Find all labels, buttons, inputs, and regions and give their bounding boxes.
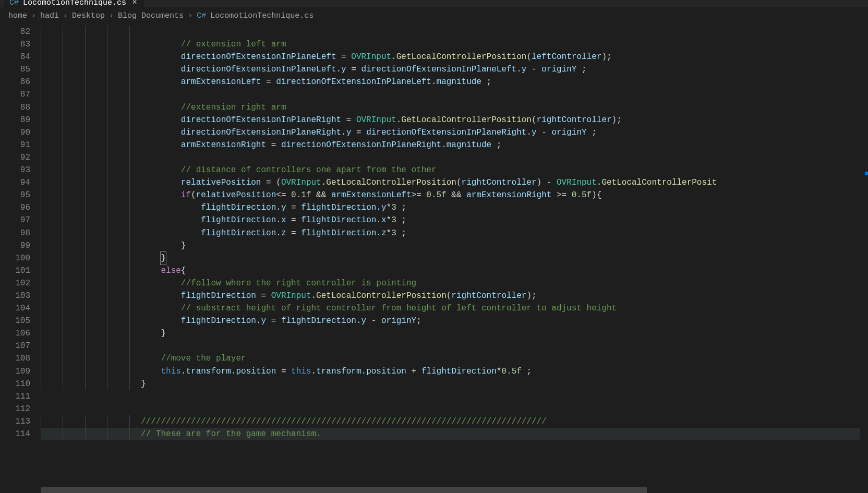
code-token: armExtensionLeft: [181, 77, 261, 87]
horizontal-scrollbar[interactable]: [41, 487, 860, 493]
indent-guide: [129, 214, 130, 226]
indent-guide: [129, 365, 130, 378]
code-line[interactable]: flightDirection.x = flightDirection.x*3 …: [41, 214, 860, 226]
indent-guide: [107, 302, 107, 315]
indent-guide: [85, 176, 86, 189]
indent-guide: [107, 214, 107, 226]
breadcrumb-item[interactable]: Blog Documents: [118, 11, 184, 20]
indent-guide: [129, 51, 130, 63]
code-token: .: [396, 115, 402, 125]
code-token: GetLocalControllerPosit: [601, 178, 717, 187]
indent-guide: [41, 352, 41, 365]
code-line[interactable]: [41, 88, 860, 101]
code-line[interactable]: // substract height of right controller …: [41, 302, 860, 315]
code-line[interactable]: [41, 340, 860, 352]
code-line[interactable]: }: [41, 239, 860, 252]
code-token: .: [431, 77, 437, 87]
indent-guide: [41, 114, 41, 126]
line-number: 82: [5, 26, 30, 38]
csharp-file-icon: C#: [9, 0, 19, 7]
code-line[interactable]: if(relativePosition<= 0.1f && armExtensi…: [41, 189, 860, 201]
code-area[interactable]: // extension left arm directionOfExtensi…: [41, 26, 860, 493]
code-line[interactable]: }: [41, 327, 860, 340]
indent-guide: [107, 139, 107, 151]
breadcrumb-filename[interactable]: LocomotionTechnique.cs: [210, 11, 314, 20]
indent-guide: [85, 201, 86, 214]
code-token: ;: [396, 203, 406, 212]
indent-guide: [41, 252, 41, 264]
code-token: .: [361, 367, 367, 376]
code-line[interactable]: else{: [41, 264, 860, 277]
code-line[interactable]: [41, 390, 860, 403]
code-token: .: [376, 215, 381, 225]
indent-guide: [85, 378, 86, 390]
code-line[interactable]: flightDirection.y = flightDirection.y*3 …: [41, 201, 860, 214]
indent-guide: [85, 114, 86, 126]
csharp-file-icon: C#: [197, 11, 206, 20]
code-line[interactable]: relativePosition = (OVRInput.GetLocalCon…: [41, 176, 860, 189]
code-line[interactable]: ////////////////////////////////////////…: [41, 415, 860, 428]
minimap[interactable]: [860, 26, 868, 493]
breadcrumb-item[interactable]: hadi: [40, 11, 59, 20]
code-token: armExtensionLeft: [331, 190, 412, 200]
editor[interactable]: 8283848586878889909192939495969798991001…: [0, 26, 868, 493]
indent-guide: [63, 101, 63, 114]
code-token: armExtensionRight: [466, 190, 551, 200]
code-line[interactable]: //extension right arm: [41, 101, 860, 114]
code-token: x: [381, 215, 387, 225]
indent-guide: [63, 51, 63, 63]
code-line[interactable]: directionOfExtensionInPlaneLeft.y = dire…: [41, 63, 860, 76]
code-line[interactable]: this.transform.position = this.transform…: [41, 365, 860, 378]
code-line[interactable]: flightDirection = OVRInput.GetLocalContr…: [41, 290, 860, 302]
indent-guide: [107, 63, 107, 76]
line-number: 101: [5, 264, 30, 277]
code-line[interactable]: }: [41, 252, 860, 264]
indent-guide: [107, 327, 107, 340]
horizontal-scrollbar-thumb[interactable]: [41, 487, 647, 493]
tab-filename: LocomotionTechnique.cs: [23, 0, 126, 7]
code-line[interactable]: // distance of controllers one apart fro…: [41, 164, 860, 176]
breadcrumb: home › hadi › Desktop › Blog Documents ›…: [0, 7, 868, 26]
close-tab-icon[interactable]: ×: [130, 0, 139, 7]
code-token: z: [281, 229, 286, 238]
code-line[interactable]: //move the player: [41, 352, 860, 365]
code-line[interactable]: armExtensionRight = directionOfExtension…: [41, 139, 860, 151]
code-token: rightController: [462, 178, 537, 187]
code-token: ;: [396, 215, 406, 225]
indent-guide: [107, 101, 107, 114]
code-token: +: [406, 367, 421, 376]
indent-guide: [63, 315, 63, 327]
indent-guide: [41, 239, 41, 252]
code-token: =: [346, 65, 361, 74]
code-token: .: [526, 128, 532, 137]
line-number: 113: [5, 415, 30, 428]
code-token: >=: [551, 190, 571, 200]
editor-tab[interactable]: C# LocomotionTechnique.cs ×: [4, 0, 144, 7]
indent-guide: [63, 76, 63, 88]
code-line[interactable]: directionOfExtensionInPlaneRight = OVRIn…: [41, 114, 860, 126]
indent-guide: [85, 227, 86, 239]
code-line[interactable]: [41, 151, 860, 164]
code-token: // substract height of right controller …: [181, 304, 617, 313]
indent-guide: [63, 340, 63, 352]
code-line[interactable]: directionOfExtensionInPlaneRight.y = dir…: [41, 126, 860, 139]
code-line[interactable]: directionOfExtensionInPlaneLeft = OVRInp…: [41, 51, 860, 63]
code-line[interactable]: [41, 403, 860, 415]
code-line[interactable]: //follow where the right controller is p…: [41, 277, 860, 290]
indent-guide: [63, 189, 63, 201]
code-line[interactable]: // These are for the game mechanism.: [41, 428, 860, 440]
breadcrumb-item[interactable]: Desktop: [72, 11, 105, 20]
code-token: ) -: [537, 178, 557, 187]
code-line[interactable]: flightDirection.y = flightDirection.y - …: [41, 315, 860, 327]
code-line[interactable]: }: [41, 378, 860, 390]
indent-guide: [63, 428, 63, 440]
code-token: =: [336, 52, 352, 62]
code-line[interactable]: armExtensionLeft = directionOfExtensionI…: [41, 76, 860, 88]
code-line[interactable]: [41, 26, 860, 38]
breadcrumb-item[interactable]: home: [8, 11, 27, 20]
code-token: y: [281, 203, 286, 212]
code-line[interactable]: // extension left arm: [41, 38, 860, 51]
code-line[interactable]: flightDirection.z = flightDirection.z*3 …: [41, 227, 860, 239]
code-token: magnitude: [437, 77, 481, 87]
indent-guide: [107, 415, 107, 428]
